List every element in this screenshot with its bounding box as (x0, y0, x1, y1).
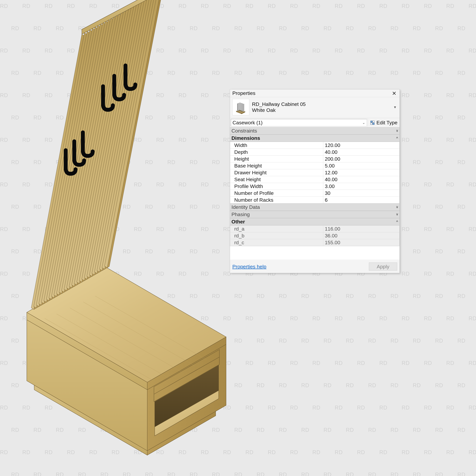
param-name: Depth (230, 149, 323, 156)
svg-rect-88 (371, 121, 372, 122)
dimensions-table: Width120.00Depth40.00Height200.00Base He… (230, 142, 400, 204)
param-name: Number of Profile (230, 190, 323, 197)
param-name: rd_b (230, 232, 323, 239)
param-value: 36.00 (323, 232, 400, 239)
param-name: Drawer Height (230, 169, 323, 176)
panel-title: Properties (232, 90, 255, 96)
param-value[interactable]: 30 (323, 190, 400, 197)
family-type: White Oak (252, 107, 390, 113)
param-value[interactable]: 6 (323, 197, 400, 204)
param-value[interactable]: 120.00 (323, 142, 400, 149)
param-value[interactable]: 12.00 (323, 169, 400, 176)
param-name: Width (230, 142, 323, 149)
param-name: Height (230, 156, 323, 162)
other-table: rd_a116.00rd_b36.00rd_c155.00 (230, 225, 400, 246)
param-name: Base Height (230, 162, 323, 169)
param-name: rd_c (230, 239, 323, 246)
apply-button[interactable]: Apply (369, 263, 397, 271)
param-name: Profile Width (230, 183, 323, 190)
chevron-down-icon[interactable]: ▾ (393, 105, 397, 109)
chevron-down-icon: ⌄ (362, 121, 365, 125)
section-other[interactable]: Other^ (230, 218, 400, 225)
type-selector[interactable]: RD_Hallway Cabinet 05 White Oak ▾ (230, 97, 400, 118)
param-value[interactable]: 40.00 (323, 176, 400, 183)
svg-rect-91 (373, 123, 374, 124)
family-thumbnail (232, 99, 249, 115)
edit-type-label: Edit Type (376, 120, 397, 126)
section-constraints[interactable]: Constraints¥ (230, 127, 400, 135)
edit-type-icon (370, 120, 375, 125)
param-value: 155.00 (323, 239, 400, 246)
param-value[interactable]: 5.00 (323, 162, 400, 169)
family-name: RD_Hallway Cabinet 05 (252, 101, 390, 107)
param-value[interactable]: 200.00 (323, 156, 400, 162)
svg-rect-89 (373, 121, 374, 122)
param-value: 116.00 (323, 225, 400, 232)
svg-rect-90 (371, 123, 372, 124)
close-icon[interactable] (391, 90, 397, 96)
param-value[interactable]: 40.00 (323, 149, 400, 156)
section-dimensions[interactable]: Dimensions^ (230, 135, 400, 142)
param-name: rd_a (230, 225, 323, 232)
section-identity[interactable]: Identity Data¥ (230, 204, 400, 211)
properties-panel: Properties (230, 89, 400, 273)
param-name: Seat Height (230, 176, 323, 183)
category-filter-combo[interactable]: Casework (1) ⌄ (231, 119, 367, 126)
section-phasing[interactable]: Phasing¥ (230, 211, 400, 218)
param-value[interactable]: 3.00 (323, 183, 400, 190)
properties-help-link[interactable]: Properties help (232, 264, 266, 270)
param-name: Number of Racks (230, 197, 323, 204)
edit-type-button[interactable]: Edit Type (368, 118, 400, 127)
category-filter-label: Casework (1) (233, 120, 263, 126)
